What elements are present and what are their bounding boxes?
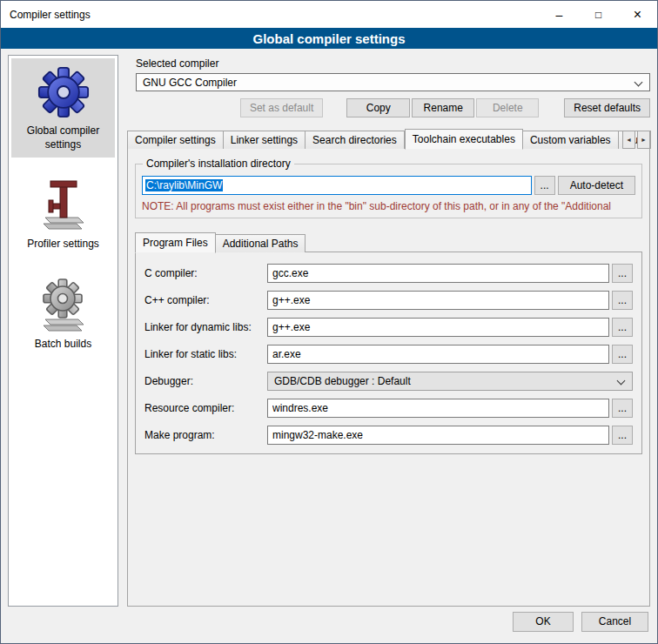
form-row: Resource compiler: ... [144,399,633,418]
field-label: Make program: [144,429,265,441]
left-arrow-icon: ◄ [626,137,632,143]
dialog-header: Global compiler settings [1,28,657,49]
titlebar[interactable]: Compiler settings – □ × [1,1,657,28]
form-row: C compiler: ... [144,264,633,283]
maximize-icon: □ [595,9,601,21]
right-arrow-icon: ► [641,137,647,143]
sidebar-item-global-compiler-settings[interactable]: Global compiler settings [11,58,115,158]
tab-linker-settings[interactable]: Linker settings [224,131,306,149]
set-as-default-button[interactable]: Set as default [240,98,323,117]
minimize-icon: – [556,8,563,22]
form-row: Debugger: GDB/CDB debugger : Default [144,372,633,391]
tab-toolchain-executables[interactable]: Toolchain executables [405,129,523,150]
form-row: C++ compiler: ... [144,291,633,310]
reset-defaults-button[interactable]: Reset defaults [564,98,650,117]
browse-button[interactable]: ... [612,399,633,418]
tab-scroll-controls: ◄ ► [622,131,650,149]
dynamic-linker-input[interactable] [267,318,609,337]
cancel-button[interactable]: Cancel [581,612,648,632]
program-files-page: C compiler: ... C++ compiler: ... Linker… [135,252,642,454]
form-row: Linker for dynamic libs: ... [144,318,633,337]
debugger-select[interactable]: GDB/CDB debugger : Default [267,372,633,391]
copy-button[interactable]: Copy [346,98,410,117]
dialog-footer: OK Cancel [1,607,657,643]
field-label: Resource compiler: [144,402,265,414]
resource-compiler-input[interactable] [267,399,609,418]
browse-button[interactable]: ... [612,264,633,283]
tab-scroll-left-button[interactable]: ◄ [622,131,635,149]
subtab-program-files[interactable]: Program Files [135,232,216,253]
subtab-additional-paths[interactable]: Additional Paths [216,234,306,252]
cpp-compiler-input[interactable] [267,291,609,310]
install-dir-groupbox: Compiler's installation directory C:\ray… [135,164,642,218]
debugger-select-value: GDB/CDB debugger : Default [274,375,411,387]
install-dir-row: C:\raylib\MinGW ... Auto-detect [142,176,635,195]
c-compiler-input[interactable] [267,264,609,283]
chevron-down-icon [617,377,626,386]
settings-tabbar: Compiler settings Linker settings Search… [127,128,650,149]
batch-builds-icon [38,278,89,332]
close-icon: × [634,7,641,23]
static-linker-input[interactable] [267,345,609,364]
install-dir-value: C:\raylib\MinGW [145,179,223,191]
form-row: Linker for static libs: ... [144,345,633,364]
sidebar: Global compiler settings [8,55,118,607]
selected-compiler-label: Selected compiler [136,57,650,70]
toolchain-executables-page: Compiler's installation directory C:\ray… [127,148,650,607]
sidebar-item-label: Global compiler settings [13,124,113,151]
main-panel: Selected compiler GNU GCC Compiler Set a… [127,55,650,607]
maximize-button[interactable]: □ [579,1,618,28]
browse-button[interactable]: ... [612,345,633,364]
tab-custom-variables[interactable]: Custom variables [523,131,619,149]
compiler-action-buttons: Set as default Copy Rename Delete Reset … [127,98,650,117]
field-label: Debugger: [144,375,265,387]
compiler-gear-icon [37,66,90,118]
field-label: C compiler: [144,267,265,279]
compiler-select[interactable]: GNU GCC Compiler [136,73,650,91]
dialog-body: Global compiler settings [1,49,657,607]
note-text: NOTE: All programs must exist either in … [142,200,635,212]
minimize-button[interactable]: – [540,1,579,28]
compiler-select-value: GNU GCC Compiler [143,77,237,89]
install-dir-input[interactable]: C:\raylib\MinGW [142,176,532,195]
delete-button[interactable]: Delete [476,98,539,117]
dialog-header-title: Global compiler settings [252,31,405,46]
chevron-down-icon [634,78,643,87]
program-files-subtabbar: Program Files Additional Paths [135,231,642,252]
install-dir-group-title: Compiler's installation directory [143,158,294,170]
tab-compiler-settings[interactable]: Compiler settings [127,131,224,149]
browse-button[interactable]: ... [612,426,633,445]
compiler-settings-dialog: Compiler settings – □ × Global compiler … [0,0,658,644]
window-title: Compiler settings [10,9,540,21]
window-controls: – □ × [540,1,657,28]
field-label: Linker for dynamic libs: [144,321,265,333]
tab-search-directories[interactable]: Search directories [306,131,405,149]
tab-scroll-right-button[interactable]: ► [637,131,650,149]
profiler-icon [38,178,89,231]
browse-button[interactable]: ... [612,291,633,310]
make-program-input[interactable] [267,426,609,445]
sidebar-item-batch-builds[interactable]: Batch builds [11,270,115,358]
sidebar-item-profiler-settings[interactable]: Profiler settings [11,170,115,258]
auto-detect-button[interactable]: Auto-detect [558,176,635,195]
sidebar-item-label: Batch builds [35,338,91,352]
form-row: Make program: ... [144,426,633,445]
install-dir-browse-button[interactable]: ... [534,176,555,195]
field-label: C++ compiler: [144,294,265,306]
ok-button[interactable]: OK [513,612,574,632]
close-button[interactable]: × [618,1,657,28]
field-label: Linker for static libs: [144,348,265,360]
browse-button[interactable]: ... [612,318,633,337]
rename-button[interactable]: Rename [412,98,474,117]
sidebar-item-label: Profiler settings [27,238,99,252]
